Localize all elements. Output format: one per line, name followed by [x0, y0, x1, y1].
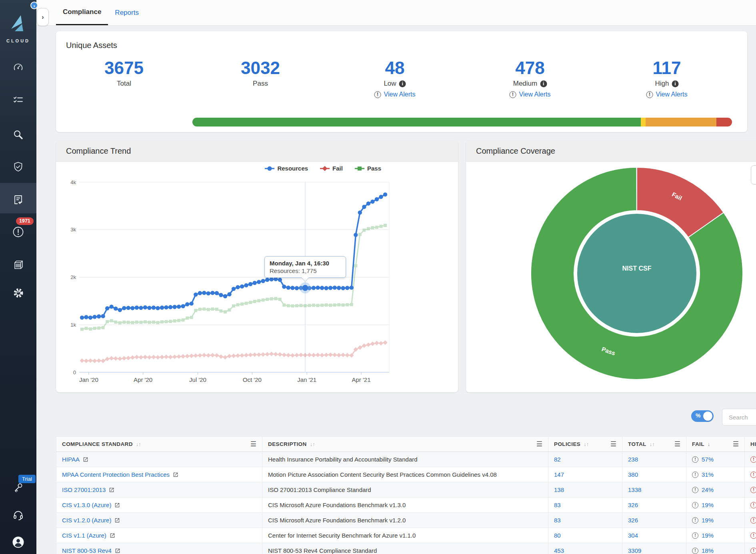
tooltip-value: Resources: 1,775	[270, 267, 341, 274]
standard-link[interactable]: NIST 800-53 Rev4	[62, 547, 112, 554]
policies-count-link[interactable]: 83	[554, 502, 561, 508]
policies-count-link[interactable]: 147	[554, 471, 564, 478]
percent-toggle[interactable]: %	[691, 410, 714, 422]
column-header-total[interactable]: TOTAL↓↑☰	[622, 437, 686, 452]
standard-link[interactable]: MPAA Content Protection Best Practices	[62, 471, 170, 478]
info-icon[interactable]: i	[672, 80, 678, 87]
sort-desc-icon[interactable]: ↓	[708, 441, 710, 447]
table-row: MPAA Content Protection Best PracticesMo…	[56, 467, 756, 482]
external-link-icon[interactable]	[115, 548, 120, 554]
table-row: NIST 800-53 Rev4NIST 800-53 Rev4 Complia…	[56, 543, 756, 554]
series-fail	[80, 340, 387, 363]
view-alerts-link[interactable]: View Alerts	[384, 91, 416, 98]
total-count-link[interactable]: 3309	[628, 547, 641, 554]
fail-alert-icon: !	[692, 532, 698, 539]
toggle-knob[interactable]	[703, 411, 712, 421]
severity-segment-high	[716, 118, 732, 126]
view-alerts-link[interactable]: View Alerts	[656, 91, 688, 98]
fail-percent-link[interactable]: 18%	[702, 547, 714, 554]
app-logo-icon[interactable]	[9, 14, 27, 35]
external-link-icon[interactable]	[173, 472, 178, 478]
total-count-link[interactable]: 1338	[628, 486, 641, 493]
standard-link[interactable]: CIS v1.3.0 (Azure)	[62, 502, 111, 508]
high-alert-icon: !	[750, 517, 756, 524]
sidebar-expand-button[interactable]: ›	[37, 8, 49, 26]
external-link-icon[interactable]	[110, 533, 115, 538]
notification-dot-icon[interactable]: ›	[30, 2, 38, 9]
sidebar-item-search[interactable]	[0, 128, 36, 143]
total-count-link[interactable]: 238	[628, 456, 638, 463]
x-axis-label: Jan '21	[297, 376, 316, 383]
sidebar-item-profile[interactable]	[0, 536, 36, 550]
stat-value: 48	[374, 59, 416, 77]
fail-percent-link[interactable]: 19%	[702, 532, 714, 539]
sort-icon[interactable]: ↓↑	[136, 441, 141, 447]
tab-compliance[interactable]: Compliance	[56, 0, 108, 25]
policies-count-link[interactable]: 453	[554, 547, 564, 554]
info-icon[interactable]: i	[399, 80, 406, 87]
policies-count-link[interactable]: 80	[554, 532, 561, 539]
column-header-high[interactable]: HIGH	[745, 437, 756, 452]
sort-icon[interactable]: ↓↑	[650, 441, 655, 447]
legend-item-fail[interactable]: Fail	[320, 165, 343, 172]
topbar: Compliance Reports	[36, 0, 756, 26]
sidebar-item-settings[interactable]	[0, 287, 36, 301]
fail-percent-link[interactable]: 19%	[702, 502, 714, 508]
external-link-icon[interactable]	[114, 518, 120, 523]
standard-link[interactable]: CIS v1.2.0 (Azure)	[62, 517, 111, 524]
fail-percent-link[interactable]: 24%	[702, 486, 714, 493]
tab-reports[interactable]: Reports	[108, 0, 146, 25]
column-header-compliance-standard[interactable]: COMPLIANCE STANDARD↓↑☰	[56, 437, 262, 452]
column-menu-icon[interactable]: ☰	[674, 441, 680, 448]
coverage-donut-chart[interactable]: FailPassNIST CSF	[466, 162, 756, 392]
table-row: ISO 27001:2013ISO 27001:2013 Compliance …	[56, 482, 756, 498]
sort-icon[interactable]: ↓↑	[584, 441, 589, 447]
column-menu-icon[interactable]: ☰	[536, 441, 542, 448]
legend-item-resources[interactable]: Resources	[265, 165, 308, 172]
sidebar-item-inventory[interactable]	[0, 94, 36, 108]
column-menu-icon[interactable]: ☰	[610, 441, 616, 448]
total-count-link[interactable]: 380	[628, 471, 638, 478]
view-alerts-link[interactable]: View Alerts	[519, 91, 551, 98]
sidebar-item-containers[interactable]	[0, 258, 36, 273]
sidebar-item-alerts[interactable]	[0, 225, 36, 240]
fail-percent-link[interactable]: 19%	[702, 517, 714, 524]
standard-description: ISO 27001:2013 Compliance Standard	[268, 486, 371, 493]
legend-marker-diamond-icon	[320, 166, 330, 171]
info-icon[interactable]: i	[540, 80, 547, 87]
total-count-link[interactable]: 304	[628, 532, 638, 539]
total-count-link[interactable]: 326	[628, 517, 638, 524]
external-link-icon[interactable]	[83, 457, 88, 462]
stat-value: 3675	[104, 59, 144, 77]
policies-count-link[interactable]: 138	[554, 486, 564, 493]
sidebar-item-dashboard[interactable]	[0, 61, 36, 75]
policies-count-link[interactable]: 83	[554, 517, 561, 524]
external-link-icon[interactable]	[109, 487, 114, 493]
external-link-icon[interactable]	[114, 502, 120, 508]
fail-percent-link[interactable]: 31%	[702, 471, 714, 478]
sidebar-item-support[interactable]	[0, 509, 36, 523]
trend-line-chart[interactable]: 01k2k3k4kJan '20Apr '20Jul '20Oct '20Jan…	[56, 162, 458, 386]
policies-count-link[interactable]: 82	[554, 456, 561, 463]
column-label: TOTAL	[628, 441, 646, 447]
standard-link[interactable]: CIS v1.1 (Azure)	[62, 532, 106, 539]
total-count-link[interactable]: 326	[628, 502, 638, 508]
column-menu-icon[interactable]: ☰	[733, 441, 739, 448]
stat-value: 117	[646, 59, 688, 77]
column-menu-icon[interactable]: ☰	[250, 441, 256, 448]
sidebar-item-security[interactable]	[0, 160, 36, 175]
column-header-fail[interactable]: FAIL↓☰	[686, 437, 745, 452]
legend-item-pass[interactable]: Pass	[355, 165, 381, 172]
standard-link[interactable]: HIPAA	[62, 456, 80, 463]
checklist-icon	[13, 95, 24, 107]
severity-segment-pass	[192, 118, 641, 126]
sidebar-item-compliance[interactable]	[0, 193, 36, 208]
sort-icon[interactable]: ↓↑	[310, 441, 315, 447]
table-row: HIPAAHealth Insurance Portability and Ac…	[56, 452, 756, 467]
fail-percent-link[interactable]: 57%	[702, 456, 714, 463]
sidebar-item-license[interactable]	[0, 482, 36, 496]
column-header-policies[interactable]: POLICIES↓↑☰	[548, 437, 622, 452]
standard-link[interactable]: ISO 27001:2013	[62, 486, 106, 493]
column-header-description[interactable]: DESCRIPTION↓↑☰	[262, 437, 548, 452]
search-input[interactable]	[722, 409, 756, 426]
